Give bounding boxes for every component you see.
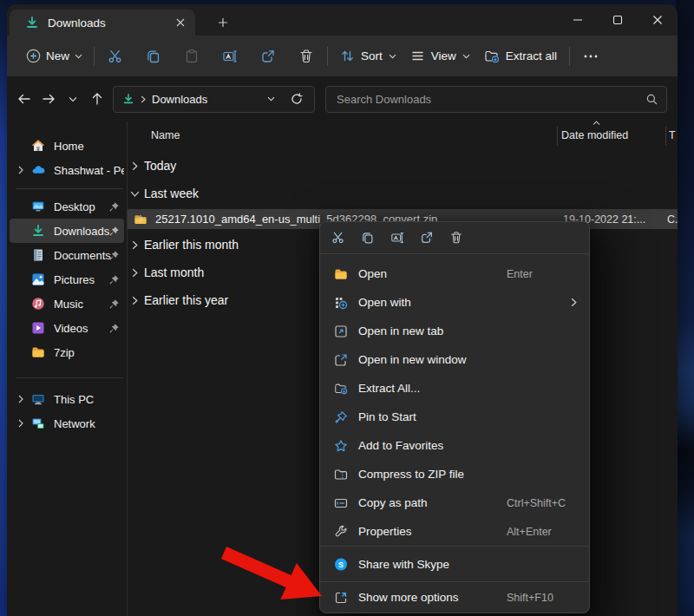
group-label: Earlier this month	[144, 238, 239, 252]
sidebar-item-videos[interactable]: Videos	[10, 316, 124, 340]
rename-button[interactable]	[215, 43, 245, 70]
close-window-button[interactable]	[638, 4, 678, 36]
network-icon	[31, 416, 45, 430]
menu-item-open[interactable]: Open Enter	[320, 259, 589, 288]
copy-button[interactable]	[355, 226, 381, 250]
sidebar-item-home[interactable]: Home	[10, 134, 124, 158]
toolbar-separator	[94, 47, 95, 66]
forward-button[interactable]	[36, 87, 61, 111]
menu-item-properties[interactable]: Properties Alt+Enter	[320, 517, 589, 546]
chevron-right-icon	[18, 166, 23, 174]
arrow-right-icon	[42, 93, 56, 105]
extract-all-button[interactable]: Extract all	[478, 43, 563, 69]
column-header-name[interactable]: Name	[151, 129, 180, 141]
menu-item-show-more-options[interactable]: Show more options Shift+F10	[320, 582, 589, 613]
downloads-icon	[122, 93, 134, 105]
sidebar-item-documents[interactable]: Documents	[10, 243, 124, 267]
arrow-up-icon	[91, 92, 103, 106]
cut-button[interactable]	[325, 226, 351, 250]
paste-button[interactable]	[177, 43, 206, 70]
menu-item-open-in-new-window[interactable]: Open in new window	[320, 345, 589, 374]
toolbar-separator	[327, 47, 328, 66]
search-placeholder: Search Downloads	[337, 93, 646, 106]
sidebar-separator	[16, 188, 123, 189]
chevron-right-icon	[18, 419, 23, 428]
column-header-date-modified[interactable]: Date modified	[561, 129, 628, 141]
delete-button[interactable]	[443, 226, 469, 250]
breadcrumb-downloads[interactable]: Downloads	[152, 93, 207, 106]
menu-item-shortcut: Alt+Enter	[507, 526, 552, 538]
address-bar[interactable]: Downloads	[113, 86, 315, 113]
plus-icon	[218, 17, 228, 28]
column-headers: Name Date modified T	[128, 127, 678, 146]
search-box[interactable]: Search Downloads	[325, 86, 667, 113]
cut-icon	[108, 49, 123, 64]
delete-button[interactable]	[291, 43, 321, 70]
sidebar-item-label: Shashwat - Pe	[54, 164, 124, 177]
share-button[interactable]	[414, 226, 440, 250]
context-menu-items: Open Enter Open with Open in new tab Ope…	[320, 254, 589, 546]
menu-item-add-to-favorites[interactable]: Add to Favorites	[320, 431, 589, 460]
group-label: Today	[144, 159, 176, 173]
sidebar-item-pictures[interactable]: Pictures	[10, 267, 124, 292]
menu-item-pin-to-start[interactable]: Pin to Start	[320, 403, 589, 431]
share-button[interactable]	[253, 43, 283, 70]
up-button[interactable]	[85, 87, 109, 111]
share-icon	[420, 231, 434, 245]
see-more-button[interactable]	[576, 43, 606, 70]
menu-item-label: Extract All...	[358, 382, 420, 395]
menu-item-copy-as-path[interactable]: Copy as path Ctrl+Shift+C	[320, 488, 589, 517]
folder-icon	[31, 345, 45, 359]
group-row-last-week[interactable]: Last week	[128, 181, 678, 206]
tab-close-button[interactable]	[173, 15, 188, 30]
context-menu: Open Enter Open with Open in new tab Ope…	[319, 221, 590, 613]
refresh-button[interactable]	[286, 88, 307, 109]
menu-item-open-with[interactable]: Open with	[320, 288, 589, 317]
cut-button[interactable]	[101, 43, 130, 70]
copy-button[interactable]	[139, 43, 168, 70]
menu-item-label: Properties	[358, 525, 412, 538]
pin-icon	[108, 201, 120, 213]
chevron-down-icon	[462, 54, 470, 59]
menu-item-share-with-skype[interactable]: S Share with Skype	[320, 547, 589, 581]
back-button[interactable]	[12, 87, 36, 111]
chevron-right-icon	[18, 395, 23, 403]
sidebar-item-downloads[interactable]: Downloads	[10, 219, 124, 243]
sidebar-item-this-pc[interactable]: This PC	[10, 387, 124, 411]
maximize-button[interactable]	[598, 4, 638, 36]
documents-icon	[31, 248, 45, 262]
sidebar-item-music[interactable]: Music	[10, 292, 124, 316]
recent-locations-button[interactable]	[61, 87, 85, 111]
menu-item-extract-all[interactable]: Extract All...	[320, 374, 589, 403]
open-new-window-icon	[334, 353, 348, 367]
chevron-down-icon	[389, 54, 396, 59]
address-dropdown-icon[interactable]	[267, 96, 275, 102]
menu-item-compress-to-zip[interactable]: Compress to ZIP file	[320, 460, 589, 488]
sidebar-item-network[interactable]: Network	[10, 411, 124, 436]
group-row-today[interactable]: Today	[128, 154, 678, 178]
rename-button[interactable]	[384, 226, 410, 250]
sidebar-item-desktop[interactable]: Desktop	[10, 194, 124, 219]
submenu-arrow-icon	[571, 298, 577, 307]
desktop-wallpaper-right	[676, 0, 694, 616]
column-divider[interactable]	[665, 127, 666, 146]
new-tab-button[interactable]	[213, 12, 233, 33]
new-button[interactable]: New	[17, 43, 88, 69]
view-button[interactable]: View	[404, 43, 476, 69]
column-divider[interactable]	[557, 127, 558, 146]
menu-item-open-in-new-tab[interactable]: Open in new tab	[320, 317, 589, 345]
sidebar-item-label: 7zip	[54, 346, 124, 359]
minimize-button[interactable]	[558, 4, 598, 36]
rename-icon	[390, 231, 404, 245]
sidebar-item-7zip[interactable]: 7zip	[10, 340, 124, 364]
column-header-type[interactable]: T	[669, 129, 676, 141]
pin-icon	[108, 274, 120, 285]
sidebar-item-onedrive[interactable]: Shashwat - Pe	[10, 158, 124, 182]
ellipsis-icon	[584, 55, 598, 58]
new-plus-circle-icon	[26, 49, 41, 63]
explorer-tab-downloads[interactable]: Downloads	[10, 10, 195, 36]
menu-item-label: Show more options	[358, 591, 459, 604]
downloads-icon	[31, 224, 45, 238]
sort-button[interactable]: Sort	[334, 43, 403, 69]
menu-item-label: Open with	[358, 296, 411, 309]
